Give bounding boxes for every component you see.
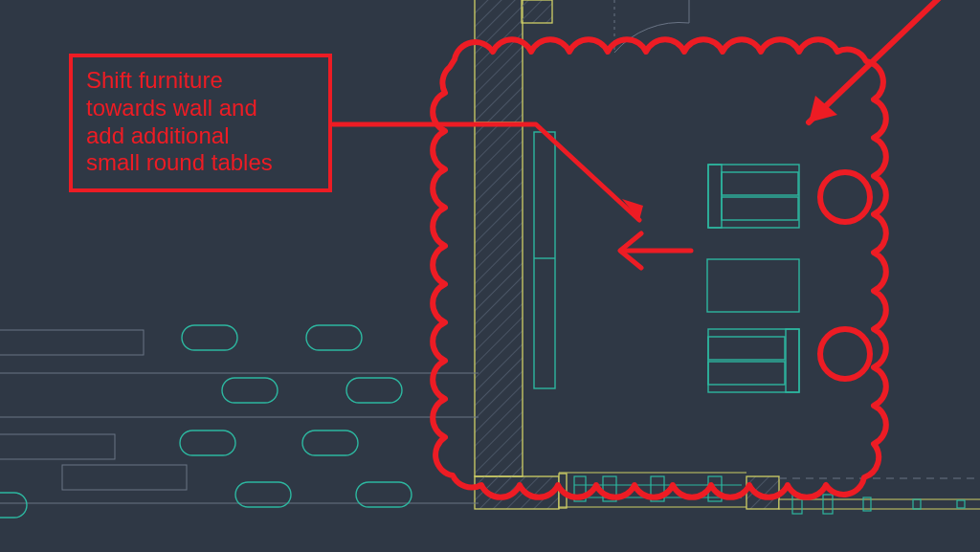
svg-rect-2 [475, 122, 523, 476]
round-table-markup-1 [820, 172, 870, 222]
walls [475, 0, 980, 509]
svg-rect-1 [475, 0, 523, 124]
svg-rect-40 [182, 325, 237, 350]
svg-rect-36 [0, 434, 115, 459]
round-table-markup-2 [820, 329, 870, 379]
svg-rect-44 [180, 431, 235, 455]
svg-rect-3 [522, 0, 552, 23]
furniture [534, 132, 799, 392]
sofa-bottom [708, 329, 799, 392]
svg-rect-43 [346, 378, 402, 403]
markup-layer [333, 0, 957, 497]
svg-rect-29 [722, 197, 798, 220]
coffee-table [707, 259, 799, 312]
svg-rect-48 [0, 493, 27, 518]
svg-rect-28 [722, 172, 798, 195]
annotation-text: Shift furniture towards wall and add add… [86, 67, 315, 177]
svg-rect-27 [708, 165, 722, 228]
svg-rect-42 [222, 378, 278, 403]
svg-rect-24 [534, 132, 555, 388]
annotation-note: Shift furniture towards wall and add add… [69, 54, 332, 192]
svg-rect-32 [708, 337, 785, 360]
exterior-left [0, 330, 479, 503]
arrow-left [620, 233, 691, 268]
svg-rect-37 [62, 465, 187, 490]
svg-rect-33 [708, 362, 785, 385]
svg-rect-35 [0, 330, 144, 355]
svg-rect-31 [786, 329, 799, 392]
sofa-top [708, 165, 799, 228]
svg-rect-9 [779, 499, 980, 509]
svg-rect-45 [302, 431, 358, 455]
svg-rect-41 [306, 325, 362, 350]
